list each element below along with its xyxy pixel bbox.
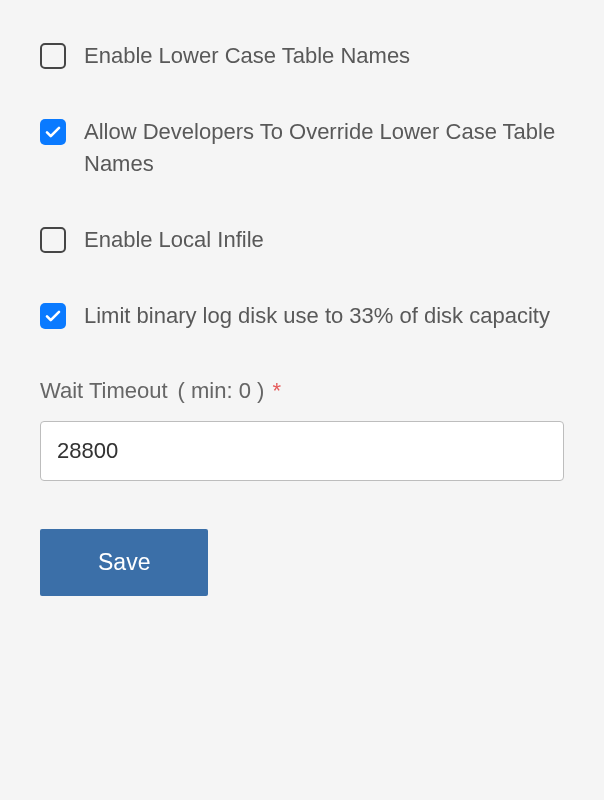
checkbox-lower-case[interactable] <box>40 43 66 69</box>
option-local-infile-label: Enable Local Infile <box>84 224 264 256</box>
option-lower-case: Enable Lower Case Table Names <box>40 40 564 72</box>
wait-timeout-label-row: Wait Timeout ( min: 0 ) * <box>40 375 564 407</box>
option-local-infile: Enable Local Infile <box>40 224 564 256</box>
checkbox-limit-binlog[interactable] <box>40 303 66 329</box>
option-limit-binlog: Limit binary log disk use to 33% of disk… <box>40 300 564 332</box>
checkbox-override-lower-case[interactable] <box>40 119 66 145</box>
save-button[interactable]: Save <box>40 529 208 596</box>
option-override-lower-case-label: Allow Developers To Override Lower Case … <box>84 116 564 180</box>
option-override-lower-case: Allow Developers To Override Lower Case … <box>40 116 564 180</box>
wait-timeout-label: Wait Timeout <box>40 375 168 407</box>
checkbox-local-infile[interactable] <box>40 227 66 253</box>
option-lower-case-label: Enable Lower Case Table Names <box>84 40 410 72</box>
wait-timeout-hint: ( min: 0 ) <box>178 378 265 403</box>
checkmark-icon <box>44 307 62 325</box>
wait-timeout-input[interactable] <box>40 421 564 481</box>
required-asterisk: * <box>272 378 281 403</box>
option-limit-binlog-label: Limit binary log disk use to 33% of disk… <box>84 300 550 332</box>
checkmark-icon <box>44 123 62 141</box>
